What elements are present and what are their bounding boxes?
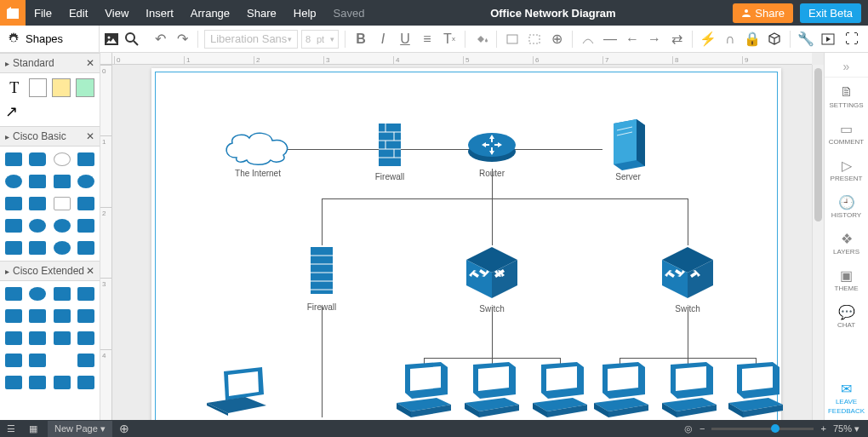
fill-button[interactable] [471,30,490,49]
shape-item[interactable] [76,329,96,348]
shape-item[interactable] [3,172,24,191]
line-curve-button[interactable] [579,30,597,49]
line-swap-button[interactable]: ⇄ [667,30,686,49]
node-workstation[interactable] [587,360,655,420]
shape-item[interactable] [27,239,48,257]
line-arrow-left-button[interactable]: ← [623,30,642,49]
underline-button[interactable]: U [396,30,414,49]
node-workstation[interactable] [390,360,458,420]
close-icon[interactable]: ✕ [86,265,94,277]
lock-icon[interactable]: 🔒 [743,30,762,49]
image-icon[interactable] [105,33,118,45]
bold-button[interactable]: B [351,30,370,49]
shape-item[interactable] [27,194,48,213]
shape-item[interactable] [27,285,48,303]
text-tool[interactable]: T [5,78,24,97]
swatch-white[interactable] [29,78,48,97]
connector[interactable] [275,149,602,150]
shape-item[interactable] [76,307,96,325]
node-firewall[interactable] [309,243,334,298]
shape-item[interactable] [52,194,72,213]
shape-item[interactable] [52,351,72,370]
menu-view[interactable]: View [96,7,137,20]
italic-button[interactable]: I [374,30,392,49]
shape-item[interactable] [3,351,24,370]
shape-align-button[interactable]: ⊕ [547,30,566,49]
collapse-right-panel[interactable]: » [825,56,868,78]
shape-item[interactable] [27,307,48,325]
shape-item[interactable] [52,307,72,325]
line-arrow-right-button[interactable]: → [645,30,664,49]
shape-item[interactable] [76,150,96,169]
undo-button[interactable]: ↶ [151,30,169,49]
exit-beta-button[interactable]: Exit Beta [800,3,861,23]
app-logo[interactable] [0,0,26,26]
shape-item[interactable] [76,239,96,257]
connector[interactable] [322,198,323,245]
connector[interactable] [322,198,688,199]
node-server[interactable] [607,115,649,170]
font-select[interactable]: Liberation Sans▾ [204,30,298,49]
cube-icon[interactable] [765,30,784,49]
wrench-icon[interactable]: 🔧 [797,30,815,49]
zoom-slider[interactable] [711,428,814,430]
target-icon[interactable]: ◎ [684,423,693,434]
panel-cisco-extended[interactable]: ▸Cisco Extended ✕ [0,261,100,281]
shape-item[interactable] [3,285,24,303]
close-icon[interactable]: ✕ [86,130,94,142]
search-icon[interactable] [125,32,139,46]
shape-item[interactable] [27,216,48,235]
connector[interactable] [492,198,493,245]
shape-border-button[interactable] [525,30,544,49]
node-workstation[interactable] [526,360,594,420]
play-icon[interactable] [819,30,837,49]
text-style-button[interactable]: Tx [440,30,459,49]
connector[interactable] [322,307,323,417]
shape-item[interactable] [27,351,48,370]
feedback-button[interactable]: ✉LEAVEFEEDBACK [825,376,868,420]
shape-item[interactable] [52,285,72,303]
shape-item[interactable] [76,373,96,392]
chat-button[interactable]: 💬CHAT [825,299,868,334]
shape-item[interactable] [3,239,24,257]
page[interactable]: The Internet Firewall Router Server [151,68,781,420]
node-workstation[interactable] [722,360,790,420]
connector[interactable] [688,307,688,358]
shape-item[interactable] [27,329,48,348]
node-laptop[interactable] [203,365,271,416]
menu-file[interactable]: File [26,7,60,20]
node-workstation[interactable] [655,360,723,420]
shape-item[interactable] [52,329,72,348]
shape-item[interactable] [52,172,72,191]
zoom-out-button[interactable]: − [700,423,705,434]
shape-item[interactable] [52,150,72,169]
grid-view-button[interactable]: ▦ [22,420,44,437]
shape-item[interactable] [76,172,96,191]
shape-item[interactable] [52,216,72,235]
shape-item[interactable] [27,373,48,392]
menu-insert[interactable]: Insert [137,7,182,20]
menu-arrange[interactable]: Arrange [182,7,238,20]
node-switch[interactable] [462,243,522,302]
settings-button[interactable]: 🗎SETTINGS [825,79,868,114]
shape-rect-button[interactable] [503,30,522,49]
theme-button[interactable]: ▣THEME [825,262,868,297]
align-button[interactable]: ≡ [418,30,437,49]
shape-item[interactable] [3,150,24,169]
close-icon[interactable]: ✕ [86,57,94,69]
scrollbar-vertical[interactable] [812,65,824,420]
connector[interactable] [492,307,493,358]
node-router[interactable] [466,128,517,166]
shape-item[interactable] [52,373,72,392]
add-page-button[interactable]: ⊕ [119,422,129,435]
comment-button[interactable]: ▭COMMENT [825,116,868,151]
shape-item[interactable] [76,216,96,235]
new-page-button[interactable]: New Page ▾ [48,421,112,437]
action-icon[interactable]: ⚡ [699,30,717,49]
panel-standard[interactable]: ▸Standard ✕ [0,53,100,73]
zoom-level[interactable]: 75% ▾ [833,423,859,434]
node-workstation[interactable] [458,360,526,420]
zoom-in-button[interactable]: + [820,423,825,434]
panel-cisco-basic[interactable]: ▸Cisco Basic ✕ [0,126,100,147]
shape-item[interactable] [3,329,24,348]
